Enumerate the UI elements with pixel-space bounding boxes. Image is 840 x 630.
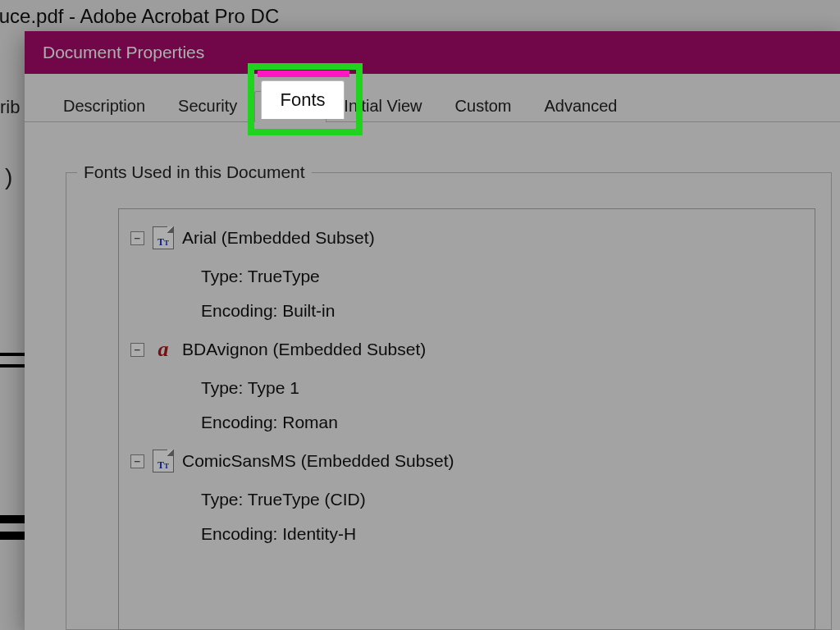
tab-custom[interactable]: Custom — [440, 90, 527, 121]
tree-expander-icon[interactable]: − — [130, 343, 144, 357]
font-type-value: TrueType (CID) — [248, 490, 366, 509]
fonts-group: Fonts Used in this Document − TT Arial (… — [66, 162, 832, 630]
tree-expander-icon[interactable]: − — [130, 454, 144, 468]
tab-security[interactable]: Security — [162, 90, 253, 121]
tab-description[interactable]: Description — [48, 90, 161, 121]
font-node: − TT Arial (Embedded Subset) Type: TrueT… — [130, 224, 803, 321]
font-name[interactable]: BDAvignon (Embedded Subset) — [182, 340, 426, 359]
tab-advanced[interactable]: Advanced — [528, 90, 632, 121]
font-encoding-label: Encoding: — [201, 524, 282, 543]
font-encoding-row: Encoding: Identity-H — [201, 524, 803, 544]
background-divider-3 — [0, 515, 25, 523]
tab-initial-view[interactable]: Initial View — [328, 90, 437, 121]
fonts-tree: − TT Arial (Embedded Subset) Type: TrueT… — [130, 224, 803, 544]
document-properties-dialog: Document Properties Description Security… — [25, 31, 840, 630]
font-node: − a BDAvignon (Embedded Subset) Type: Ty… — [130, 336, 803, 432]
font-encoding-label: Encoding: — [201, 301, 282, 320]
truetype-font-icon: TT — [153, 450, 174, 472]
font-type-row: Type: TrueType — [201, 267, 803, 286]
font-type-label: Type: — [201, 378, 248, 397]
fonts-group-label: Fonts Used in this Document — [77, 162, 312, 182]
font-encoding-value: Roman — [282, 413, 338, 431]
font-type-value: TrueType — [248, 267, 320, 285]
highlight-magenta-strip — [258, 71, 349, 77]
background-divider-2 — [0, 364, 25, 368]
font-encoding-value: Built-in — [282, 301, 335, 320]
font-type-row: Type: TrueType (CID) — [201, 490, 803, 509]
font-type-row: Type: Type 1 — [201, 378, 803, 398]
font-type-value: Type 1 — [248, 378, 299, 397]
dialog-titlebar[interactable]: Document Properties — [25, 31, 840, 74]
dialog-tabstrip: Description Security Fonts Initial View … — [25, 74, 840, 122]
tree-expander-icon[interactable]: − — [130, 231, 144, 245]
font-type-label: Type: — [201, 267, 248, 285]
font-encoding-label: Encoding: — [201, 413, 282, 431]
font-type-label: Type: — [201, 490, 248, 509]
background-divider-1 — [0, 353, 25, 356]
truetype-font-icon: TT — [153, 226, 174, 249]
background-fragment-rib: rib — [0, 97, 25, 118]
font-node: − TT ComicSansMS (Embedded Subset) Type:… — [130, 447, 803, 544]
highlight-fonts-tab[interactable]: Fonts — [261, 80, 345, 119]
fonts-tree-panel: − TT Arial (Embedded Subset) Type: TrueT… — [118, 208, 815, 630]
type1-font-icon: a — [153, 339, 174, 360]
font-name[interactable]: Arial (Embedded Subset) — [182, 228, 375, 248]
background-divider-4 — [0, 532, 25, 540]
font-encoding-value: Identity-H — [282, 524, 356, 543]
background-app-title: reduce.pdf - Adobe Acrobat Pro DC — [0, 5, 279, 28]
font-encoding-row: Encoding: Roman — [201, 413, 803, 432]
font-name[interactable]: ComicSansMS (Embedded Subset) — [182, 451, 454, 471]
dialog-title: Document Properties — [43, 43, 204, 62]
font-encoding-row: Encoding: Built-in — [201, 301, 803, 321]
